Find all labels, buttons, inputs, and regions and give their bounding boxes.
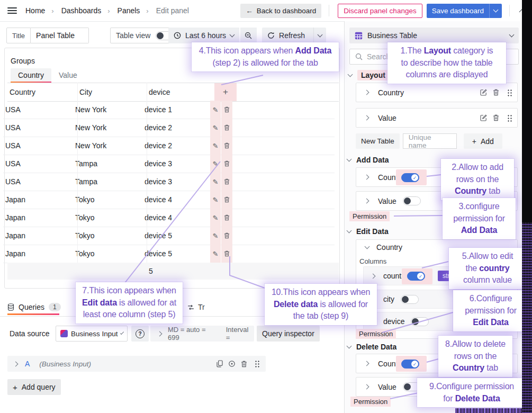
time-range-picker[interactable]: Last 6 hours <box>168 28 239 43</box>
tab-value[interactable]: Value <box>51 68 85 82</box>
cell-city: Tokyo <box>75 191 95 209</box>
edit-row-button[interactable]: ✎ <box>210 173 221 191</box>
edit-row-button[interactable]: ✎ <box>210 137 221 155</box>
section-edit-data[interactable]: Edit Data <box>347 227 389 236</box>
delete-country-toggle[interactable] <box>401 360 419 369</box>
edit-row-button[interactable]: ✎ <box>210 119 221 137</box>
refresh-button[interactable]: Refresh <box>262 28 313 43</box>
edit-row-button[interactable]: ✎ <box>210 101 221 119</box>
edit-device-toggle[interactable] <box>411 317 429 326</box>
column-divider <box>147 83 147 263</box>
add-row-button[interactable]: + <box>214 83 237 101</box>
edit-row-button[interactable]: ✎ <box>210 227 221 245</box>
delete-row-button[interactable] <box>221 101 232 119</box>
callout-4: 4.This icon appears when Add Data(step 2… <box>192 42 339 71</box>
section-add-data[interactable]: Add Data <box>347 156 389 164</box>
edit-city-toggle[interactable] <box>401 295 419 304</box>
add-data-country-toggle[interactable] <box>401 173 419 182</box>
edit-row-button[interactable]: ✎ <box>210 245 221 263</box>
group-tabs: Country Value <box>11 68 85 82</box>
breadcrumb-edit-panel: Edit panel <box>156 6 189 15</box>
callout-line: the tab (step 9) <box>269 310 373 322</box>
datasource-help-button[interactable]: ? <box>131 326 149 342</box>
query-row[interactable]: A (Business Input) <box>7 356 266 372</box>
hide-query-icon[interactable] <box>226 360 238 367</box>
query-options-stats: MD = auto = 699 <box>168 326 219 342</box>
drag-handle-icon[interactable] <box>502 89 516 96</box>
unique-name-input[interactable]: Unique name <box>403 133 457 149</box>
edit-column-icon[interactable] <box>477 114 490 121</box>
query-options-bar[interactable]: MD = auto = 699 Interval = <box>150 326 254 342</box>
callout-line: Add Data <box>447 225 511 237</box>
back-to-dashboard-button[interactable]: ← Back to dashboard <box>240 4 321 18</box>
query-options-interval: Interval = <box>226 326 254 342</box>
drag-handle-icon[interactable] <box>250 360 264 367</box>
breadcrumb-panels[interactable]: Panels <box>118 6 140 15</box>
layout-item-country[interactable]: Country <box>356 83 518 102</box>
callout-8: 8.Allow to deleterows on theCountry tab <box>438 336 512 377</box>
callout-line: Edit Data <box>457 317 524 329</box>
plus-icon: + <box>13 383 17 392</box>
delete-row-button[interactable] <box>221 245 232 263</box>
cell-city: New York <box>75 137 106 155</box>
divider <box>344 21 345 413</box>
callout-7: 7.This icon appears whenEdit data is all… <box>76 282 183 324</box>
delete-row-button[interactable] <box>221 227 232 245</box>
column-header[interactable]: device <box>149 83 170 101</box>
transform-tab[interactable]: Tr <box>187 301 205 313</box>
callout-line: least one column (step 5) <box>80 309 178 321</box>
breadcrumb-home[interactable]: Home <box>25 6 45 15</box>
menu-icon[interactable] <box>7 7 17 14</box>
cell-city: Tokyo <box>75 245 95 263</box>
transform-icon <box>187 304 194 311</box>
layout-item-value[interactable]: Value <box>356 108 518 128</box>
add-query-button[interactable]: + Add query <box>7 379 61 395</box>
duplicate-query-icon[interactable] <box>214 360 226 367</box>
cell-country: USA <box>5 173 21 191</box>
save-dashboard-dropdown[interactable] <box>489 4 502 18</box>
save-dashboard-button[interactable]: Save dashboard <box>427 4 502 18</box>
callout-line: 7.This icon appears when <box>80 285 178 297</box>
column-header[interactable]: City <box>79 83 92 101</box>
breadcrumb-dashboards[interactable]: Dashboards <box>61 6 102 15</box>
panel-title-input[interactable]: Panel Table <box>31 28 89 43</box>
delete-row-button[interactable] <box>221 209 232 227</box>
delete-column-icon[interactable] <box>490 89 502 96</box>
panel-type-picker[interactable]: Business Table <box>349 28 519 43</box>
chevron-right-icon <box>364 115 369 121</box>
expand-query-chevron[interactable] <box>13 361 19 366</box>
delete-row-button[interactable] <box>221 191 232 209</box>
edit-column-icon[interactable] <box>477 89 490 96</box>
title-label: Title <box>6 28 31 43</box>
delete-row-button[interactable] <box>221 173 232 191</box>
query-inspector-button[interactable]: Query inspector <box>257 326 320 342</box>
divider <box>329 5 329 16</box>
edit-row-button[interactable]: ✎ <box>210 191 221 209</box>
queries-tab[interactable]: Queries 1 <box>7 301 61 313</box>
tab-country[interactable]: Country <box>11 68 51 82</box>
edit-data-country-group[interactable]: Country <box>365 243 402 252</box>
edit-row-button[interactable]: ✎ <box>210 155 221 173</box>
edit-country-toggle[interactable] <box>407 272 425 281</box>
datasource-value: Business Input <box>71 330 118 338</box>
callout-line: for Delete Data <box>421 393 522 405</box>
discard-panel-changes-button[interactable]: Discard panel changes <box>338 4 422 18</box>
edit-row-button[interactable]: ✎ <box>210 209 221 227</box>
delete-row-button[interactable] <box>221 137 232 155</box>
delete-column-icon[interactable] <box>490 114 502 121</box>
zoom-out-time-button[interactable] <box>240 28 257 43</box>
add-data-value-toggle[interactable] <box>403 196 421 205</box>
table-row: USATampadevice 3✎ <box>3 155 335 173</box>
delete-row-button[interactable] <box>221 155 232 173</box>
add-table-button[interactable]: + Add <box>464 133 502 149</box>
cell-device: device 5 <box>145 227 172 245</box>
refresh-interval-dropdown[interactable] <box>313 28 326 43</box>
column-header[interactable]: Country <box>10 83 35 101</box>
delete-row-button[interactable] <box>221 119 232 137</box>
drag-handle-icon[interactable] <box>502 114 516 122</box>
datasource-picker[interactable]: Business Input <box>56 326 128 342</box>
section-delete-data[interactable]: Delete Data <box>347 343 396 351</box>
delete-query-icon[interactable] <box>238 361 250 367</box>
section-layout[interactable]: Layout <box>348 70 389 80</box>
new-table-button[interactable]: New Table <box>356 133 400 149</box>
